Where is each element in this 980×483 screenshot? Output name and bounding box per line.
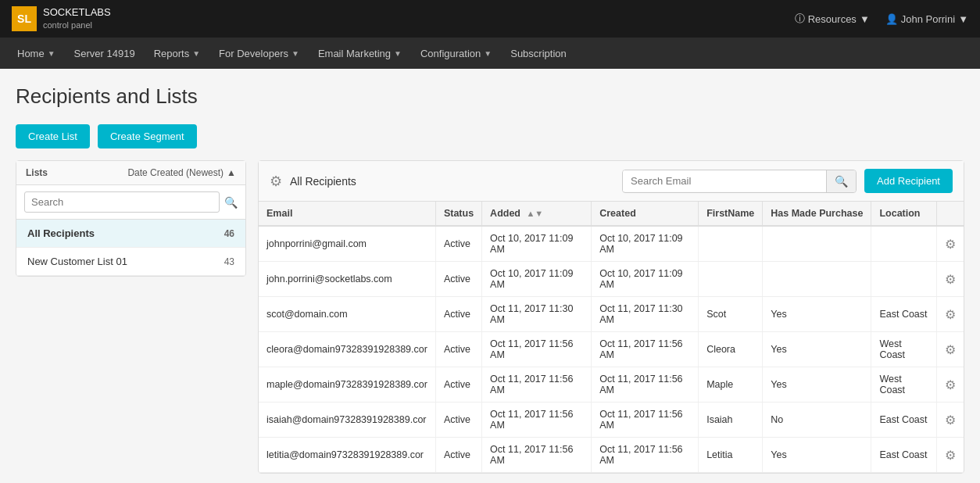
- cell-created: Oct 11, 2017 11:56 AM: [592, 438, 699, 473]
- table-row: johnporrini@gmail.com Active Oct 10, 201…: [259, 226, 964, 262]
- cell-has-made-purchase: [763, 226, 871, 262]
- sidebar-header: Lists Date Created (Newest) ▲: [16, 161, 245, 185]
- nav-home[interactable]: Home ▼: [8, 38, 65, 69]
- col-created: Created: [592, 202, 699, 226]
- home-arrow-icon: ▼: [48, 49, 55, 58]
- cell-location: [871, 226, 937, 262]
- configuration-arrow-icon: ▼: [484, 49, 492, 58]
- cell-status: Active: [435, 297, 481, 332]
- col-location: Location: [871, 202, 937, 226]
- cell-row-actions[interactable]: ⚙: [936, 262, 964, 297]
- recipients-title: ⚙ All Recipients: [270, 173, 356, 190]
- sidebar-search-input[interactable]: [24, 191, 220, 213]
- row-gear-icon[interactable]: ⚙: [945, 308, 956, 321]
- row-gear-icon[interactable]: ⚙: [945, 273, 956, 286]
- top-bar: SL SOCKETLABS control panel ⓘ Resources …: [0, 0, 980, 38]
- cell-firstname: [699, 262, 763, 297]
- row-gear-icon[interactable]: ⚙: [945, 449, 956, 462]
- table-row: letitia@domain97328391928389.cor Active …: [259, 438, 964, 473]
- row-gear-icon[interactable]: ⚙: [945, 238, 956, 251]
- table-row: scot@domain.com Active Oct 11, 2017 11:3…: [259, 297, 964, 332]
- nav-bar: Home ▼ Server 14919 Reports ▼ For Develo…: [0, 38, 980, 69]
- cell-row-actions[interactable]: ⚙: [936, 297, 964, 332]
- cell-created: Oct 11, 2017 11:56 AM: [592, 367, 699, 402]
- cell-firstname: [699, 226, 763, 262]
- cell-added: Oct 11, 2017 11:56 AM: [482, 367, 592, 402]
- cell-row-actions[interactable]: ⚙: [936, 367, 964, 402]
- cell-row-actions[interactable]: ⚙: [936, 226, 964, 262]
- cell-status: Active: [435, 262, 481, 297]
- table-row: maple@domain97328391928389.cor Active Oc…: [259, 367, 964, 402]
- cell-location: West Coast: [871, 367, 937, 402]
- create-segment-button[interactable]: Create Segment: [98, 124, 197, 148]
- recipients-panel: ⚙ All Recipients 🔍 Add Recipient Email S…: [258, 160, 964, 474]
- cell-added: Oct 11, 2017 11:56 AM: [482, 402, 592, 438]
- col-actions: [936, 202, 964, 226]
- row-gear-icon[interactable]: ⚙: [945, 413, 956, 427]
- nav-email-marketing[interactable]: Email Marketing ▼: [309, 38, 411, 69]
- cell-email: isaiah@domain97328391928389.cor: [259, 402, 435, 438]
- table-row: isaiah@domain97328391928389.cor Active O…: [259, 402, 964, 438]
- cell-email: john.porrini@socketlabs.com: [259, 262, 435, 297]
- cell-row-actions[interactable]: ⚙: [936, 332, 964, 367]
- cell-status: Active: [435, 438, 481, 473]
- cell-location: East Coast: [871, 402, 937, 438]
- main-layout: Lists Date Created (Newest) ▲ 🔍 All Reci…: [16, 160, 964, 474]
- cell-firstname: Isaiah: [699, 402, 763, 438]
- page-title: Recipients and Lists: [16, 84, 964, 109]
- search-email-button[interactable]: 🔍: [826, 170, 856, 192]
- help-icon: ⓘ: [795, 12, 805, 26]
- user-link[interactable]: 👤 John Porrini ▼: [885, 13, 968, 25]
- cell-added: Oct 11, 2017 11:56 AM: [482, 332, 592, 367]
- actions-row: Create List Create Segment: [16, 124, 964, 148]
- settings-icon[interactable]: ⚙: [270, 173, 282, 190]
- cell-location: East Coast: [871, 438, 937, 473]
- col-status: Status: [435, 202, 481, 226]
- logo: SL SOCKETLABS control panel: [12, 6, 111, 31]
- cell-firstname: Letitia: [699, 438, 763, 473]
- create-list-button[interactable]: Create List: [16, 124, 90, 148]
- cell-added: Oct 10, 2017 11:09 AM: [482, 226, 592, 262]
- nav-configuration[interactable]: Configuration ▼: [411, 38, 501, 69]
- cell-row-actions[interactable]: ⚙: [936, 402, 964, 438]
- recipients-header: ⚙ All Recipients 🔍 Add Recipient: [259, 161, 964, 202]
- sidebar-lists-label: Lists: [26, 167, 48, 178]
- add-recipient-button[interactable]: Add Recipient: [864, 169, 953, 193]
- logo-icon: SL: [12, 6, 37, 31]
- cell-has-made-purchase: Yes: [763, 332, 871, 367]
- top-right-nav: ⓘ Resources ▼ 👤 John Porrini ▼: [795, 12, 968, 26]
- nav-reports[interactable]: Reports ▼: [145, 38, 209, 69]
- cell-created: Oct 11, 2017 11:56 AM: [592, 402, 699, 438]
- header-right: 🔍 Add Recipient: [622, 169, 953, 193]
- sidebar-item-new-customer-list[interactable]: New Customer List 01 43: [16, 248, 245, 276]
- cell-has-made-purchase: No: [763, 402, 871, 438]
- cell-created: Oct 11, 2017 11:56 AM: [592, 332, 699, 367]
- sidebar-search-icon: 🔍: [224, 196, 238, 209]
- logo-text: SOCKETLABS control panel: [43, 6, 111, 30]
- cell-created: Oct 11, 2017 11:30 AM: [592, 297, 699, 332]
- sidebar-item-name: All Recipients: [27, 227, 95, 239]
- cell-location: East Coast: [871, 297, 937, 332]
- cell-status: Active: [435, 402, 481, 438]
- col-firstname: FirstName: [699, 202, 763, 226]
- search-email-input[interactable]: [623, 170, 826, 191]
- row-gear-icon[interactable]: ⚙: [945, 343, 956, 356]
- sidebar-item-count: 46: [224, 228, 234, 239]
- cell-added: Oct 11, 2017 11:30 AM: [482, 297, 592, 332]
- developers-arrow-icon: ▼: [291, 49, 299, 58]
- sidebar-sort[interactable]: Date Created (Newest) ▲: [127, 167, 236, 178]
- nav-developers[interactable]: For Developers ▼: [209, 38, 309, 69]
- row-gear-icon[interactable]: ⚙: [945, 378, 956, 392]
- sidebar-item-all-recipients[interactable]: All Recipients 46: [16, 220, 245, 248]
- cell-row-actions[interactable]: ⚙: [936, 438, 964, 473]
- table-row: john.porrini@socketlabs.com Active Oct 1…: [259, 262, 964, 297]
- nav-server[interactable]: Server 14919: [65, 38, 145, 69]
- cell-added: Oct 11, 2017 11:56 AM: [482, 438, 592, 473]
- sidebar-search-container: 🔍: [16, 185, 245, 220]
- col-added[interactable]: Added ▲▼: [482, 202, 592, 226]
- user-arrow-icon: ▼: [958, 13, 968, 25]
- resources-link[interactable]: ⓘ Resources ▼: [795, 12, 870, 26]
- cell-created: Oct 10, 2017 11:09 AM: [592, 226, 699, 262]
- sidebar-item-name: New Customer List 01: [27, 256, 127, 267]
- nav-subscription[interactable]: Subscription: [501, 38, 576, 69]
